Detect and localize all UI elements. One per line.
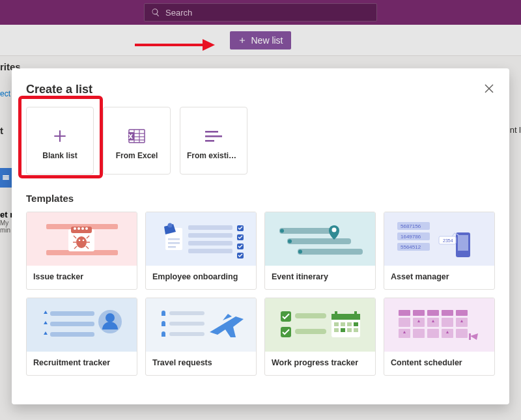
svg-rect-36 xyxy=(188,241,232,245)
svg-marker-1 xyxy=(203,39,215,51)
svg-rect-84 xyxy=(341,322,345,326)
svg-point-22 xyxy=(77,227,80,230)
template-label: Employee onboarding xyxy=(146,266,256,288)
svg-rect-82 xyxy=(354,311,357,316)
list-icon xyxy=(205,121,222,151)
svg-rect-34 xyxy=(188,225,232,230)
svg-rect-66 xyxy=(50,332,94,337)
template-label: Asset manager xyxy=(384,266,494,288)
svg-rect-96 xyxy=(399,318,410,327)
svg-rect-103 xyxy=(427,329,439,338)
template-work-progress[interactable]: Work progress tracker xyxy=(264,298,376,376)
svg-rect-37 xyxy=(188,249,232,253)
svg-rect-46 xyxy=(168,246,176,248)
svg-rect-81 xyxy=(335,311,337,316)
svg-point-26 xyxy=(78,240,80,242)
from-existing-option[interactable]: From existing … xyxy=(180,107,247,175)
svg-rect-45 xyxy=(168,242,180,244)
svg-point-53 xyxy=(331,228,336,232)
template-employee-onboarding[interactable]: Employee onboarding xyxy=(145,212,257,290)
svg-rect-64 xyxy=(50,311,94,316)
annotation-arrow xyxy=(134,36,215,56)
blank-list-label: Blank list xyxy=(38,151,81,160)
template-preview xyxy=(27,212,137,266)
templates-grid: Issue tracker xyxy=(26,212,495,376)
svg-point-50 xyxy=(288,240,292,244)
template-preview xyxy=(265,298,375,352)
templates-heading: Templates xyxy=(26,193,495,204)
template-asset-manager[interactable]: 5687156 1649786 5564512 2354 Asset manag… xyxy=(384,212,495,290)
svg-rect-14 xyxy=(205,131,218,133)
from-excel-label: From Excel xyxy=(112,151,162,160)
template-preview xyxy=(27,298,137,352)
svg-rect-76 xyxy=(295,313,326,318)
template-preview: 5687156 1649786 5564512 2354 xyxy=(384,212,494,266)
create-options-row: Blank list From Excel xyxy=(26,107,495,175)
svg-point-23 xyxy=(81,227,84,230)
svg-rect-87 xyxy=(334,328,339,332)
template-event-itinerary[interactable]: Event itinerary xyxy=(264,212,376,290)
svg-point-68 xyxy=(106,313,115,322)
svg-rect-94 xyxy=(442,310,453,316)
svg-rect-91 xyxy=(399,310,410,316)
svg-rect-71 xyxy=(162,325,165,326)
close-button[interactable] xyxy=(483,83,495,94)
svg-rect-85 xyxy=(347,322,352,326)
plus-icon xyxy=(51,121,68,151)
svg-point-24 xyxy=(85,227,88,230)
svg-rect-90 xyxy=(354,328,358,332)
template-preview xyxy=(146,212,256,266)
svg-text:2354: 2354 xyxy=(443,238,453,243)
template-content-scheduler[interactable]: Content scheduler xyxy=(384,298,495,376)
svg-rect-72 xyxy=(169,322,204,326)
svg-rect-44 xyxy=(168,238,180,240)
template-label: Event itinerary xyxy=(265,266,375,288)
from-excel-option[interactable]: From Excel xyxy=(103,107,171,175)
svg-point-27 xyxy=(82,240,84,242)
svg-rect-106 xyxy=(469,333,471,340)
svg-rect-51 xyxy=(298,249,363,255)
svg-point-21 xyxy=(74,227,76,230)
svg-rect-35 xyxy=(188,233,232,238)
template-recruitment-tracker[interactable]: Recruitment tracker xyxy=(26,298,137,376)
svg-rect-92 xyxy=(413,310,425,316)
svg-rect-89 xyxy=(347,328,352,332)
svg-rect-88 xyxy=(341,328,345,332)
excel-icon xyxy=(128,121,145,151)
svg-rect-49 xyxy=(287,238,351,244)
from-existing-label: From existing … xyxy=(183,151,244,160)
template-label: Travel requests xyxy=(146,352,256,374)
svg-point-48 xyxy=(280,229,284,233)
svg-rect-83 xyxy=(334,322,339,326)
svg-rect-61 xyxy=(458,235,468,251)
svg-text:5564512: 5564512 xyxy=(401,244,421,250)
svg-rect-65 xyxy=(50,322,94,326)
svg-rect-102 xyxy=(413,329,425,338)
svg-rect-105 xyxy=(456,329,468,338)
close-icon xyxy=(485,84,494,93)
svg-rect-69 xyxy=(162,315,165,316)
svg-text:5687156: 5687156 xyxy=(401,223,421,229)
template-label: Issue tracker xyxy=(27,266,137,288)
svg-rect-15 xyxy=(205,135,222,137)
svg-rect-78 xyxy=(295,329,326,334)
template-preview xyxy=(146,298,256,352)
template-travel-requests[interactable]: Travel requests xyxy=(145,298,257,376)
template-preview xyxy=(265,212,375,266)
svg-rect-74 xyxy=(169,332,204,336)
template-issue-tracker[interactable]: Issue tracker xyxy=(26,212,137,290)
svg-rect-93 xyxy=(427,310,439,316)
svg-rect-16 xyxy=(205,140,214,142)
svg-rect-86 xyxy=(354,322,358,326)
svg-rect-70 xyxy=(169,311,204,315)
svg-point-52 xyxy=(298,250,302,254)
template-preview xyxy=(384,298,494,352)
svg-rect-99 xyxy=(442,318,453,327)
svg-rect-95 xyxy=(456,310,468,316)
svg-point-25 xyxy=(76,236,87,248)
template-label: Work progress tracker xyxy=(265,352,375,374)
svg-text:1649786: 1649786 xyxy=(401,234,421,240)
blank-list-option[interactable]: Blank list xyxy=(26,107,94,175)
template-label: Recruitment tracker xyxy=(27,352,137,374)
create-list-modal: Create a list Blank list xyxy=(12,68,509,404)
